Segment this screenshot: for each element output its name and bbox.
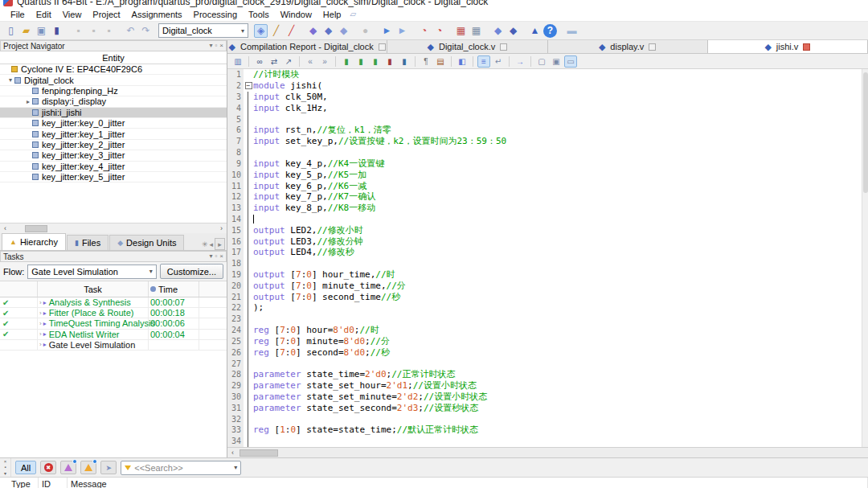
line-numbers-icon[interactable]: ≡: [477, 55, 490, 68]
message-search-box[interactable]: <<Search>> ▾: [121, 461, 241, 475]
code-line[interactable]: 15output LED2,//修改小时: [227, 224, 868, 236]
code-line[interactable]: 5: [227, 113, 868, 125]
project-selector[interactable]: Digital_clock ▾: [158, 23, 248, 38]
code-editor[interactable]: 1//计时模块2−module jishi(3input clk_50M,4in…: [227, 69, 868, 447]
feedback-icon[interactable]: ▬: [565, 24, 579, 38]
code-line[interactable]: 12input key_7_p,//K7一确认: [227, 191, 868, 203]
code-line[interactable]: 26reg [7:0] second=8'd0;//秒: [227, 347, 868, 358]
editor-vscrollbar[interactable]: [862, 69, 868, 447]
code-line[interactable]: 17output LED4,//修改秒: [227, 247, 868, 258]
navigator-hscrollbar[interactable]: ‹ ›: [0, 223, 227, 233]
task-row[interactable]: ›▸Gate Level Simulation: [0, 340, 227, 351]
help-icon[interactable]: ?: [543, 24, 557, 38]
messages-float-icon[interactable]: ▪: [4, 465, 6, 470]
filter-all-button[interactable]: All: [15, 461, 36, 474]
task-row[interactable]: ✔›▸TimeQuest Timing Analysis00:00:06: [0, 318, 227, 329]
filter-errors-button[interactable]: ✖: [40, 461, 56, 474]
filter-info-button[interactable]: ➤: [100, 461, 117, 474]
code-line[interactable]: 20output [7:0] minute_time,//分: [227, 280, 868, 291]
editor-tab-compilation-report-digital-clock[interactable]: ◆Compilation Report - Digital_clock: [227, 40, 387, 53]
tasks-close-icon[interactable]: ×: [219, 253, 223, 260]
tasks-float-icon[interactable]: ▾: [209, 253, 212, 260]
scroll-left-icon[interactable]: ‹: [0, 223, 10, 233]
outdent-icon[interactable]: «: [304, 55, 317, 68]
menu-assignments[interactable]: Assignments: [126, 8, 188, 21]
code-line[interactable]: 10input key_5_p,//K5一加: [227, 169, 868, 180]
cascade-icon[interactable]: ▣: [550, 55, 563, 68]
menu-project[interactable]: Project: [87, 8, 125, 21]
task-row[interactable]: ✔›▸EDA Netlist Writer00:00:04: [0, 330, 227, 340]
save-project-icon[interactable]: ▮: [50, 24, 63, 38]
task-row[interactable]: ✔›▸Analysis & Synthesis00:00:07: [0, 297, 227, 308]
scrollbar-thumb[interactable]: [25, 225, 47, 232]
open-file-icon[interactable]: ▰: [19, 24, 33, 38]
editor-tab-jishi-v[interactable]: ◆jishi.v: [708, 40, 868, 53]
start-simulation-icon[interactable]: ►: [380, 24, 394, 38]
bookmark-all-icon[interactable]: ▮: [398, 55, 411, 68]
menu-window[interactable]: Window: [275, 8, 317, 21]
code-line[interactable]: 21output [7:0] second_time//秒: [227, 291, 868, 302]
cut-icon[interactable]: ▪: [72, 24, 85, 38]
code-line[interactable]: 7input set_key_p,//设置按键，k2，设置时间为23：59：50: [227, 136, 868, 147]
expand-icon[interactable]: ›: [39, 330, 42, 338]
new-file-icon[interactable]: ▯: [4, 24, 18, 38]
fitter-icon[interactable]: ◆: [337, 24, 350, 38]
code-line[interactable]: 24reg [7:0] hour=8'd0;//时: [227, 325, 868, 336]
menu-help[interactable]: Help: [317, 8, 347, 21]
save-icon[interactable]: ▣: [35, 24, 48, 38]
code-line[interactable]: 16output LED3,//修改分钟: [227, 236, 868, 247]
code-line[interactable]: 11input key_6_p,//K6一减: [227, 180, 868, 191]
undo-icon[interactable]: ↶: [124, 24, 137, 38]
tab-close-icon[interactable]: [500, 43, 507, 51]
hierarchy-view-icon[interactable]: ▲: [528, 24, 542, 38]
code-line[interactable]: 6input rst_n,//复位，k1，清零: [227, 125, 868, 136]
tab-hierarchy[interactable]: ▲ Hierarchy: [2, 233, 66, 250]
tab-close-icon[interactable]: [379, 43, 386, 51]
filter-warnings-button[interactable]: [80, 461, 96, 474]
netlist-viewer-icon[interactable]: ▦: [469, 24, 483, 38]
tasks-pin-icon[interactable]: ▫: [215, 253, 217, 260]
tab-files[interactable]: ▮ Files: [67, 235, 108, 250]
redo-icon[interactable]: ↷: [139, 24, 153, 38]
start-compilation-icon[interactable]: ◆: [306, 24, 320, 38]
replace-icon[interactable]: ⇄: [268, 55, 280, 68]
autocomplete-icon[interactable]: ↵: [492, 55, 505, 68]
start-analysis-icon[interactable]: ◈: [254, 24, 268, 38]
convert-icon[interactable]: ◆: [506, 24, 520, 38]
code-line[interactable]: 22);: [227, 302, 868, 314]
code-line[interactable]: 9input key_4_p,//K4一设置键: [227, 158, 868, 170]
new-window-icon[interactable]: ▢: [535, 55, 548, 68]
code-line[interactable]: 28parameter state_time=2'd0;//正常计时状态: [227, 369, 868, 380]
code-line[interactable]: 14: [227, 214, 868, 225]
panel-close-icon[interactable]: ×: [219, 43, 223, 49]
menu-processing[interactable]: Processing: [188, 8, 243, 21]
tabs-scroll-left-icon[interactable]: ◂: [209, 240, 213, 248]
tab-settings-icon[interactable]: ¶: [420, 55, 432, 68]
customize-button[interactable]: Customize...: [160, 264, 223, 279]
tab-design-units[interactable]: ◆ Design Units: [109, 235, 184, 250]
bookmark-clear-icon[interactable]: ▮: [383, 55, 396, 68]
tabs-scroll-right-icon[interactable]: ▸: [215, 238, 225, 250]
syntax-color-icon[interactable]: ◧: [456, 55, 469, 68]
bookmark-next-icon[interactable]: ▮: [354, 55, 367, 68]
editor-tab-display-v[interactable]: ◆display.v: [548, 40, 708, 53]
pin-planner-icon[interactable]: ╱: [285, 24, 298, 38]
copy-icon[interactable]: ▪: [87, 24, 100, 38]
expander-icon[interactable]: ▸: [24, 98, 32, 105]
fold-collapse-icon[interactable]: −: [245, 82, 252, 89]
powerplay-icon[interactable]: ◔: [417, 24, 431, 38]
menu-view[interactable]: View: [57, 8, 88, 21]
code-line[interactable]: 29parameter state_set_hour=2'd1;//设置小时状态: [227, 380, 868, 392]
code-line[interactable]: 30parameter state_set_minute=2'd2;//设置小时…: [227, 392, 868, 403]
tab-close-icon[interactable]: [803, 43, 810, 51]
tree-item[interactable]: key_jitter:key_4_jitter: [0, 162, 227, 172]
split-window-icon[interactable]: ▭: [564, 55, 577, 68]
tree-item[interactable]: key_jitter:key_2_jitter: [0, 140, 227, 150]
goto-next-icon[interactable]: →: [514, 55, 526, 68]
scroll-right-icon[interactable]: ›: [216, 223, 227, 233]
wand-icon[interactable]: ✳: [202, 240, 208, 248]
scrollbar-thumb[interactable]: [240, 449, 278, 457]
tree-item[interactable]: key_jitter:key_5_jitter: [0, 172, 227, 182]
code-line[interactable]: 25reg [7:0] minute=8'd0;//分: [227, 336, 868, 347]
code-line[interactable]: 4input clk_1Hz,: [227, 102, 868, 113]
